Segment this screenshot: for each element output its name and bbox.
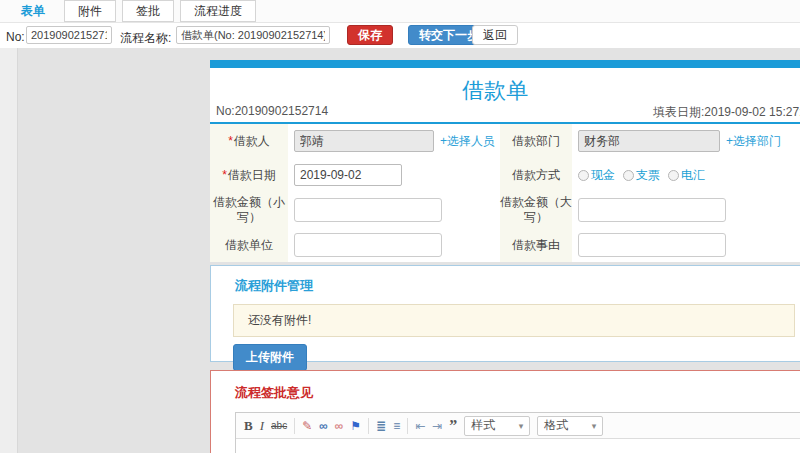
- borrow-unit-label: 借款单位: [210, 228, 288, 262]
- tab-progress[interactable]: 流程进度: [180, 0, 256, 22]
- amount-uppercase-input[interactable]: [578, 198, 726, 222]
- borrow-unit-input[interactable]: [294, 233, 442, 257]
- amount-lowercase-label: 借款金额（小写）: [210, 192, 288, 228]
- borrow-reason-label: 借款事由: [500, 228, 572, 262]
- payment-method-label: 借款方式: [500, 158, 572, 192]
- borrower-label: *借款人: [210, 124, 288, 158]
- format-dropdown-label: 格式: [544, 417, 568, 434]
- numbered-list-icon[interactable]: ≣: [376, 420, 386, 432]
- chevron-down-icon: ▾: [592, 421, 597, 431]
- radio-wire-transfer[interactable]: 电汇: [668, 167, 705, 184]
- tab-form[interactable]: 表单: [8, 0, 58, 22]
- document-number: No:20190902152714: [216, 104, 328, 118]
- table-row: *借款人 +选择人员 借款部门 +选择部门: [210, 124, 800, 158]
- toolbar-separator: [407, 418, 408, 434]
- amount-lowercase-input[interactable]: [294, 198, 442, 222]
- payment-method-cell: 现金 支票 电汇: [572, 158, 800, 192]
- borrow-reason-input[interactable]: [578, 233, 726, 257]
- no-input[interactable]: [26, 26, 112, 44]
- process-name-input[interactable]: [176, 26, 330, 44]
- blockquote-icon[interactable]: ”: [449, 418, 457, 434]
- rich-text-editor: B I abc ✎ ∞ ∞ ⚑ ≣ ≡ ⇤ ⇥ ” 样式 ▾ 格式 ▾: [235, 412, 800, 453]
- borrow-date-label: *借款日期: [210, 158, 288, 192]
- department-label: 借款部门: [500, 124, 572, 158]
- table-row: 借款单位 借款事由: [210, 228, 800, 262]
- toolbar-separator: [294, 418, 295, 434]
- editor-toolbar: B I abc ✎ ∞ ∞ ⚑ ≣ ≡ ⇤ ⇥ ” 样式 ▾ 格式 ▾: [236, 413, 800, 439]
- table-row: 借款金额（小写） 借款金额（大写）: [210, 192, 800, 228]
- borrow-reason-cell: [572, 228, 800, 262]
- anchor-flag-icon[interactable]: ⚑: [350, 420, 361, 432]
- amount-uppercase-cell: [572, 192, 800, 228]
- editor-content-area[interactable]: [236, 439, 800, 453]
- radio-check[interactable]: 支票: [623, 167, 660, 184]
- select-department-link[interactable]: +选择部门: [726, 133, 781, 150]
- no-label: No:: [6, 30, 25, 44]
- approval-heading: 流程签批意见: [235, 384, 800, 402]
- radio-wire-transfer-label: 电汇: [681, 167, 705, 184]
- radio-cash-label: 现金: [591, 167, 615, 184]
- no-attachment-notice: 还没有附件!: [233, 304, 795, 337]
- left-rail: [0, 48, 18, 453]
- outdent-icon[interactable]: ⇤: [415, 420, 425, 432]
- process-name-label: 流程名称:: [120, 30, 171, 47]
- panel-top-bar: [210, 60, 800, 68]
- tab-bar: 表单 附件 签批 流程进度: [0, 0, 800, 23]
- style-dropdown[interactable]: 样式 ▾: [464, 416, 530, 436]
- loan-form-panel: 借款单 No:20190902152714 填表日期:2019-09-02 15…: [210, 60, 800, 262]
- radio-button-icon[interactable]: [668, 170, 679, 181]
- loan-form-table: *借款人 +选择人员 借款部门 +选择部门 *借款日期 借款方式: [210, 124, 800, 262]
- chevron-down-icon: ▾: [519, 421, 524, 431]
- back-button[interactable]: 返回: [472, 25, 518, 45]
- bullet-list-icon[interactable]: ≡: [393, 420, 400, 432]
- amount-uppercase-label: 借款金额（大写）: [500, 192, 572, 228]
- tab-approval[interactable]: 签批: [122, 0, 174, 22]
- required-mark: *: [222, 168, 227, 182]
- link-icon[interactable]: ∞: [319, 420, 328, 432]
- save-button[interactable]: 保存: [347, 25, 393, 45]
- tab-attachments[interactable]: 附件: [64, 0, 116, 22]
- table-row: *借款日期 借款方式 现金 支票: [210, 158, 800, 192]
- select-person-link[interactable]: +选择人员: [440, 133, 495, 150]
- borrower-cell: +选择人员: [288, 124, 500, 158]
- radio-button-icon[interactable]: [623, 170, 634, 181]
- style-dropdown-label: 样式: [471, 417, 495, 434]
- radio-cash[interactable]: 现金: [578, 167, 615, 184]
- borrow-date-input[interactable]: [294, 164, 402, 186]
- toolbar-separator: [368, 418, 369, 434]
- fill-date: 填表日期:2019-09-02 15:27:1: [653, 104, 800, 121]
- strikethrough-icon[interactable]: abc: [271, 421, 287, 431]
- control-row: No: 流程名称: 保存 转交下一步 返回: [0, 23, 800, 48]
- approval-panel: 流程签批意见 B I abc ✎ ∞ ∞ ⚑ ≣ ≡ ⇤ ⇥ ” 样式 ▾ 格式…: [210, 370, 800, 453]
- radio-check-label: 支票: [636, 167, 660, 184]
- borrower-input[interactable]: [294, 130, 434, 152]
- format-dropdown[interactable]: 格式 ▾: [537, 416, 603, 436]
- borrow-unit-cell: [288, 228, 500, 262]
- indent-icon[interactable]: ⇥: [432, 420, 442, 432]
- department-input[interactable]: [578, 130, 720, 152]
- attachments-heading: 流程附件管理: [235, 277, 800, 295]
- payment-method-radio-group: 现金 支票 电汇: [578, 167, 705, 184]
- page-title: 借款单: [210, 68, 780, 104]
- required-mark: *: [228, 134, 233, 148]
- attachments-panel: 流程附件管理 还没有附件! 上传附件: [210, 265, 800, 362]
- bold-icon[interactable]: B: [244, 419, 253, 432]
- department-cell: +选择部门: [572, 124, 800, 158]
- amount-lowercase-cell: [288, 192, 500, 228]
- form-meta-row: No:20190902152714 填表日期:2019-09-02 15:27:…: [210, 104, 800, 120]
- radio-button-icon[interactable]: [578, 170, 589, 181]
- upload-attachment-button[interactable]: 上传附件: [233, 344, 307, 371]
- remove-format-icon[interactable]: ✎: [302, 420, 312, 432]
- italic-icon[interactable]: I: [260, 419, 264, 432]
- unlink-icon[interactable]: ∞: [335, 420, 344, 432]
- borrow-date-cell: [288, 158, 500, 192]
